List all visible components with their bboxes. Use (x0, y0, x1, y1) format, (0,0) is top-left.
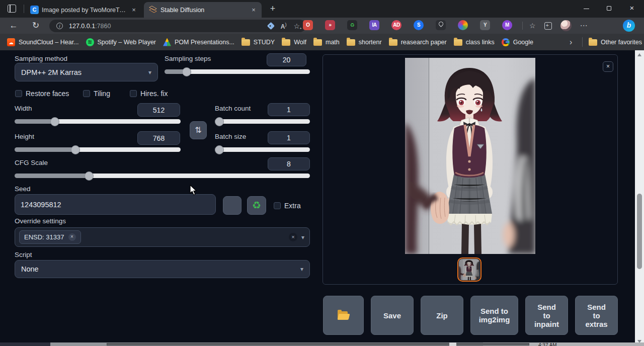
onetab-extension-icon[interactable]: O (303, 20, 313, 30)
height-slider[interactable] (15, 147, 181, 152)
sampling-steps-input[interactable] (267, 53, 306, 66)
trash-green-extension-icon[interactable]: ♻ (347, 20, 357, 30)
bookmark-other-favorites[interactable]: Other favorites (589, 38, 642, 46)
width-slider[interactable] (15, 119, 181, 124)
taskbar-clock: 4:37 AM (538, 342, 557, 346)
vertical-scrollbar[interactable] (635, 50, 644, 346)
close-image-icon[interactable]: × (603, 61, 613, 72)
open-folder-button[interactable] (323, 296, 364, 335)
horizontal-scrollbar[interactable] (50, 342, 483, 346)
batch-count-input[interactable] (268, 103, 310, 116)
sampling-method-dropdown[interactable]: DPM++ 2M Karras ▾ (15, 63, 158, 81)
send-to-extras-button[interactable]: Send to extras (575, 296, 618, 335)
height-input[interactable] (137, 131, 180, 145)
seed-input[interactable] (15, 194, 216, 215)
window-restore-button[interactable] (598, 0, 620, 17)
save-button[interactable]: Save (371, 296, 414, 335)
google-icon (502, 38, 510, 46)
profile-avatar[interactable] (560, 20, 572, 31)
monica-extension-icon[interactable]: M (502, 20, 512, 30)
sampling-steps-slider[interactable] (165, 69, 310, 74)
close-tab-icon[interactable]: × (130, 6, 138, 14)
favorite-star-icon[interactable]: ☆+ (293, 22, 300, 30)
override-settings-field[interactable]: ENSD: 31337 × × ▾ (15, 227, 310, 247)
browser-tab-civitai[interactable]: C Image posted by TwoMoreTimes × (25, 2, 142, 18)
collections-icon[interactable] (544, 22, 552, 30)
spotify-icon: ≋ (86, 38, 94, 46)
bookmark-item[interactable]: math (313, 38, 340, 46)
extra-seed-checkbox[interactable] (274, 202, 281, 209)
zip-button[interactable]: Zip (421, 296, 463, 335)
bookmark-item[interactable]: ≋Spotify – Web Player (86, 38, 156, 46)
folder-icon (282, 39, 290, 46)
settings-menu-icon[interactable]: ⋯ (580, 21, 588, 30)
bookmark-item[interactable]: POM Presentations... (163, 38, 234, 46)
bookmark-item[interactable]: ☁SoundCloud – Hear... (7, 38, 79, 46)
swap-dimensions-button[interactable]: ⇅ (190, 121, 207, 139)
window-minimize-button[interactable] (576, 0, 598, 17)
site-info-icon[interactable]: i (56, 23, 63, 29)
send-to-img2img-button[interactable]: Send to img2img (470, 296, 518, 335)
random-seed-button[interactable] (223, 196, 242, 215)
scroll-up-icon[interactable] (637, 53, 641, 56)
send-to-inpaint-button[interactable]: Send to inpaint (525, 296, 568, 335)
restore-faces-checkbox[interactable] (15, 90, 22, 97)
chevron-down-icon[interactable]: ▾ (301, 234, 304, 241)
new-tab-button[interactable]: + (267, 4, 278, 15)
bookmark-label: Spotify – Web Player (98, 39, 156, 46)
restore-faces-label: Restore faces (26, 90, 69, 98)
cfg-scale-input[interactable] (268, 157, 310, 170)
bookmark-item[interactable]: STUDY (242, 38, 275, 46)
bookmark-item[interactable]: class links (454, 38, 495, 46)
cfg-scale-slider[interactable] (15, 174, 310, 178)
address-bar[interactable]: i 127.0.0.1:7860 A) ☆+ (49, 20, 306, 32)
tracking-prevention-icon[interactable] (267, 22, 275, 30)
bookmarks-overflow-icon[interactable]: › (570, 38, 572, 47)
hires-fix-label: Hires. fix (140, 90, 168, 98)
shazam-extension-icon[interactable]: S (414, 20, 424, 30)
gallery-thumbnail-selected[interactable] (457, 257, 481, 282)
batch-count-slider[interactable] (215, 119, 310, 124)
ia-extension-icon[interactable]: IA (369, 20, 379, 30)
folder-icon (347, 39, 355, 46)
scrollbar-thumb[interactable] (637, 194, 642, 269)
clear-all-icon[interactable]: × (289, 233, 297, 241)
adblock-extension-icon[interactable]: AD (391, 20, 401, 30)
tab-title: Image posted by TwoMoreTimes (42, 7, 127, 14)
close-tab-icon[interactable]: × (250, 6, 258, 14)
remove-chip-icon[interactable]: × (68, 233, 76, 241)
y-ext-extension-icon[interactable]: Y (480, 20, 490, 30)
horizontal-scrollbar-thumb[interactable] (107, 343, 529, 345)
read-aloud-icon[interactable]: A) (281, 22, 287, 30)
generated-image[interactable] (405, 58, 535, 254)
video-speed-extension-icon[interactable]: » (325, 20, 335, 30)
script-dropdown[interactable]: None ▾ (15, 260, 310, 278)
stable-diffusion-page: Sampling method DPM++ 2M Karras ▾ Sampli… (0, 50, 644, 346)
globe-extension-icon[interactable] (458, 20, 468, 30)
reuse-seed-button[interactable]: ♻ (247, 196, 266, 215)
window-close-button[interactable]: × (621, 0, 643, 17)
bookmark-label: shortenr (359, 39, 382, 46)
bookmark-item[interactable]: Google (502, 38, 533, 46)
folder-icon (389, 39, 397, 46)
browser-tab-stable-diffusion[interactable]: Stable Diffusion × (144, 2, 262, 18)
refresh-icon[interactable]: ↻ (29, 20, 42, 32)
map-pin-extension-icon[interactable] (436, 20, 446, 30)
bookmarks-bar: ☁SoundCloud – Hear...≋Spotify – Web Play… (0, 34, 644, 50)
tab-actions-icon[interactable] (6, 4, 18, 14)
taskbar-icon (449, 342, 456, 346)
favorites-bar-icon[interactable]: ☆ (529, 22, 536, 30)
folder-icon (454, 39, 462, 46)
bookmark-item[interactable]: Wolf (282, 38, 306, 46)
batch-size-slider[interactable] (215, 147, 310, 152)
tiling-checkbox[interactable] (83, 90, 90, 97)
bookmark-item[interactable]: reasearch paper (389, 38, 447, 46)
gradio-favicon-icon (149, 6, 157, 14)
bookmark-item[interactable]: shortenr (347, 38, 382, 46)
batch-size-input[interactable] (268, 131, 310, 144)
width-input[interactable] (137, 103, 180, 117)
civitai-favicon-icon: C (30, 6, 39, 14)
back-icon[interactable]: ← (7, 20, 20, 32)
hires-fix-checkbox[interactable] (130, 90, 137, 97)
bing-discover-icon[interactable]: b (623, 20, 635, 32)
